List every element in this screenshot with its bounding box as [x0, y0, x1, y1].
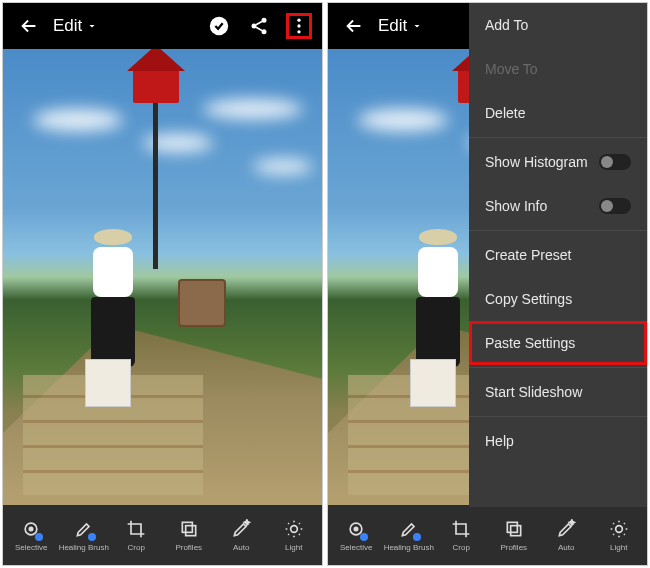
tool-label: Healing Brush	[59, 543, 109, 552]
tool-label: Crop	[128, 543, 145, 552]
auto-icon	[555, 518, 577, 540]
crop-icon	[125, 518, 147, 540]
tool-auto[interactable]: Auto	[540, 518, 592, 552]
menu-label: Move To	[485, 61, 538, 77]
tool-label: Auto	[558, 543, 574, 552]
tool-label: Crop	[453, 543, 470, 552]
svg-point-3	[262, 29, 267, 34]
svg-point-11	[290, 526, 297, 533]
tool-healing-brush[interactable]: Healing Brush	[58, 518, 110, 552]
profiles-icon	[503, 518, 525, 540]
back-button[interactable]	[13, 10, 45, 42]
light-icon	[608, 518, 630, 540]
photo-decoration	[83, 229, 143, 367]
tool-auto[interactable]: Auto	[215, 518, 267, 552]
profiles-icon	[178, 518, 200, 540]
tool-selective[interactable]: Selective	[330, 518, 382, 552]
photo-decoration	[253, 159, 313, 174]
tool-crop[interactable]: Crop	[110, 518, 162, 552]
menu-label: Help	[485, 433, 514, 449]
phone-screen-left: Edit Selective	[2, 2, 323, 566]
menu-label: Show Info	[485, 198, 547, 214]
arrow-left-icon	[18, 15, 40, 37]
menu-label: Paste Settings	[485, 335, 575, 351]
phone-screen-right: Edit Add To Move To Delete Show Histogra…	[327, 2, 648, 566]
tool-healing-brush[interactable]: Healing Brush	[383, 518, 435, 552]
photo-decoration	[203, 99, 303, 119]
tool-crop[interactable]: Crop	[435, 518, 487, 552]
menu-label: Copy Settings	[485, 291, 572, 307]
menu-copy-settings[interactable]: Copy Settings	[469, 277, 647, 321]
tool-bar: Selective Healing Brush Crop Profiles Au…	[328, 505, 647, 565]
selective-icon	[20, 518, 42, 540]
photo-decoration	[178, 279, 226, 327]
svg-point-6	[297, 30, 300, 33]
chevron-down-icon	[411, 20, 423, 32]
menu-create-preset[interactable]: Create Preset	[469, 233, 647, 277]
svg-point-8	[30, 527, 33, 530]
tool-profiles[interactable]: Profiles	[163, 518, 215, 552]
light-icon	[283, 518, 305, 540]
selective-icon	[345, 518, 367, 540]
overflow-menu: Add To Move To Delete Show Histogram Sho…	[469, 3, 647, 507]
tool-profiles[interactable]: Profiles	[488, 518, 540, 552]
svg-rect-15	[510, 526, 520, 536]
tool-label: Light	[285, 543, 302, 552]
tool-label: Profiles	[175, 543, 202, 552]
tool-light[interactable]: Light	[268, 518, 320, 552]
photo-decoration	[33, 109, 123, 131]
healing-brush-icon	[398, 518, 420, 540]
menu-add-to[interactable]: Add To	[469, 3, 647, 47]
svg-point-16	[615, 526, 622, 533]
svg-point-2	[252, 24, 257, 29]
tool-label: Selective	[340, 543, 372, 552]
menu-show-histogram[interactable]: Show Histogram	[469, 140, 647, 184]
photo-canvas[interactable]	[3, 49, 322, 505]
auto-icon	[230, 518, 252, 540]
tool-label: Light	[610, 543, 627, 552]
edit-label: Edit	[53, 16, 82, 36]
menu-help[interactable]: Help	[469, 419, 647, 463]
tool-light[interactable]: Light	[593, 518, 645, 552]
menu-label: Add To	[485, 17, 528, 33]
edit-mode-dropdown[interactable]: Edit	[53, 16, 98, 36]
menu-show-info[interactable]: Show Info	[469, 184, 647, 228]
menu-paste-settings[interactable]: Paste Settings	[469, 321, 647, 365]
svg-point-5	[297, 24, 300, 27]
tool-label: Profiles	[500, 543, 527, 552]
menu-label: Delete	[485, 105, 525, 121]
svg-rect-10	[185, 526, 195, 536]
menu-start-slideshow[interactable]: Start Slideshow	[469, 370, 647, 414]
menu-label: Create Preset	[485, 247, 571, 263]
share-button[interactable]	[246, 13, 272, 39]
menu-separator	[469, 137, 647, 138]
tool-selective[interactable]: Selective	[5, 518, 57, 552]
menu-separator	[469, 230, 647, 231]
tool-label: Healing Brush	[384, 543, 434, 552]
edit-label: Edit	[378, 16, 407, 36]
back-button[interactable]	[338, 10, 370, 42]
tool-label: Selective	[15, 543, 47, 552]
tool-label: Auto	[233, 543, 249, 552]
menu-delete[interactable]: Delete	[469, 91, 647, 135]
more-options-button[interactable]	[286, 13, 312, 39]
svg-point-1	[262, 18, 267, 23]
menu-label: Start Slideshow	[485, 384, 582, 400]
top-bar: Edit	[3, 3, 322, 49]
svg-point-4	[297, 19, 300, 22]
toggle-off-icon[interactable]	[599, 198, 631, 214]
photo-decoration	[358, 109, 448, 131]
svg-rect-9	[182, 522, 192, 532]
accept-button[interactable]	[206, 13, 232, 39]
more-vertical-icon	[289, 16, 309, 36]
crop-icon	[450, 518, 472, 540]
arrow-left-icon	[343, 15, 365, 37]
photo-decoration	[133, 67, 179, 103]
svg-point-13	[355, 527, 358, 530]
edit-mode-dropdown[interactable]: Edit	[378, 16, 423, 36]
tool-bar: Selective Healing Brush Crop Profiles Au…	[3, 505, 322, 565]
menu-separator	[469, 416, 647, 417]
healing-brush-icon	[73, 518, 95, 540]
toggle-off-icon[interactable]	[599, 154, 631, 170]
check-circle-icon	[208, 15, 230, 37]
